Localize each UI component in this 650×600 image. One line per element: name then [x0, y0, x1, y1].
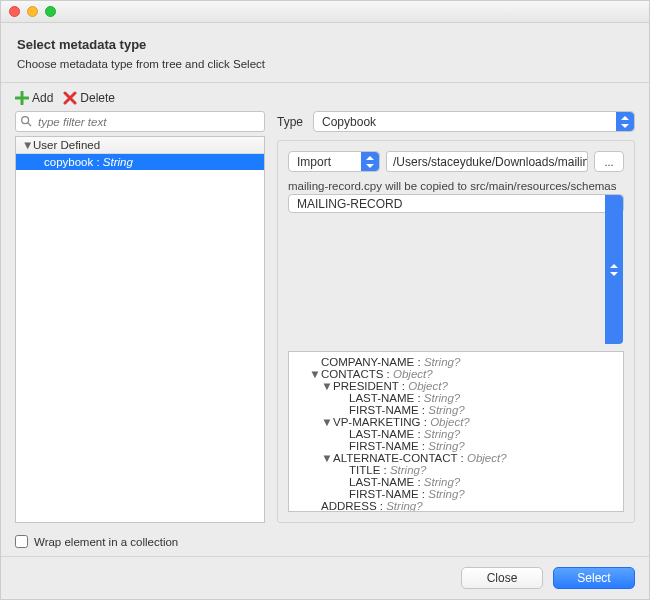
schema-node-name: PRESIDENT :	[333, 380, 408, 392]
add-button[interactable]: Add	[15, 91, 53, 105]
tree-item-type: String	[103, 156, 133, 168]
type-row: Type Copybook	[277, 111, 635, 132]
schema-node[interactable]: ADDRESS : String?	[289, 500, 623, 512]
schema-node-type: String?	[424, 428, 460, 440]
schema-node[interactable]: ▼PRESIDENT : Object?	[289, 380, 623, 392]
schema-node-type: Object?	[430, 416, 470, 428]
updown-icon	[361, 152, 379, 171]
main-area: ▼ User Defined copybook : String Type Co…	[1, 111, 649, 533]
schema-node[interactable]: FIRST-NAME : String?	[289, 440, 623, 452]
info-text: mailing-record.cpy will be copied to src…	[288, 180, 624, 192]
zoom-window-icon[interactable]	[45, 6, 56, 17]
tree-item-sep: :	[93, 156, 103, 168]
close-button-label: Close	[487, 571, 518, 585]
dialog-footer: Close Select	[1, 556, 649, 599]
chevron-down-icon: ▼	[22, 139, 32, 151]
schema-node[interactable]: FIRST-NAME : String?	[289, 488, 623, 500]
tree-root-label: User Defined	[33, 139, 100, 151]
browse-button[interactable]: ...	[594, 151, 624, 172]
dialog-subtitle: Choose metadata type from tree and click…	[17, 58, 633, 70]
schema-node-name: FIRST-NAME :	[349, 440, 428, 452]
tree-root-row[interactable]: ▼ User Defined	[16, 137, 264, 154]
schema-node-type: String?	[428, 488, 464, 500]
schema-node-type: String?	[424, 476, 460, 488]
search-icon	[20, 115, 32, 127]
details-panel: Import /Users/staceyduke/Downloads/maili…	[277, 140, 635, 523]
import-row: Import /Users/staceyduke/Downloads/maili…	[288, 151, 624, 172]
schema-node-name: ALTERNATE-CONTACT :	[333, 452, 467, 464]
path-value: /Users/staceyduke/Downloads/mailing-	[393, 155, 588, 169]
schema-node[interactable]: ▼VP-MARKETING : Object?	[289, 416, 623, 428]
schema-node-type: Object?	[393, 368, 433, 380]
schema-node[interactable]: LAST-NAME : String?	[289, 392, 623, 404]
schema-node-type: String?	[428, 440, 464, 452]
schema-node[interactable]: FIRST-NAME : String?	[289, 404, 623, 416]
schema-node-name: TITLE :	[349, 464, 390, 476]
svg-line-1	[28, 123, 31, 126]
updown-icon	[605, 195, 623, 344]
window-controls	[9, 6, 56, 17]
chevron-down-icon: ▼	[321, 452, 333, 464]
schema-node-type: String?	[428, 404, 464, 416]
import-select[interactable]: Import	[288, 151, 380, 172]
schema-node-type: String?	[386, 500, 422, 512]
chevron-down-icon: ▼	[309, 368, 321, 380]
schema-node-name: FIRST-NAME :	[349, 404, 428, 416]
path-input[interactable]: /Users/staceyduke/Downloads/mailing-	[386, 151, 588, 172]
schema-node[interactable]: LAST-NAME : String?	[289, 476, 623, 488]
select-button[interactable]: Select	[553, 567, 635, 589]
dialog-title: Select metadata type	[17, 37, 633, 52]
filter-input[interactable]	[15, 111, 265, 132]
delete-button-label: Delete	[80, 91, 115, 105]
schema-node[interactable]: LAST-NAME : String?	[289, 428, 623, 440]
tree-item-name: copybook	[44, 156, 93, 168]
schema-node-name: LAST-NAME :	[349, 392, 424, 404]
schema-node-name: CONTACTS :	[321, 368, 393, 380]
schema-node-type: String?	[390, 464, 426, 476]
wrap-checkbox-row: Wrap element in a collection	[1, 533, 649, 556]
left-column: ▼ User Defined copybook : String	[15, 111, 265, 523]
svg-point-0	[22, 117, 29, 124]
filter-box	[15, 111, 265, 132]
plus-icon	[15, 91, 29, 105]
schema-node-name: FIRST-NAME :	[349, 488, 428, 500]
chevron-down-icon: ▼	[321, 416, 333, 428]
delete-button[interactable]: Delete	[63, 91, 115, 105]
schema-node[interactable]: ▼CONTACTS : Object?	[289, 368, 623, 380]
record-select-value: MAILING-RECORD	[297, 197, 402, 211]
record-select[interactable]: MAILING-RECORD	[288, 194, 624, 345]
schema-node-type: String?	[424, 356, 460, 368]
schema-node[interactable]: TITLE : String?	[289, 464, 623, 476]
schema-node[interactable]: COMPANY-NAME : String?	[289, 356, 623, 368]
schema-tree[interactable]: COMPANY-NAME : String?▼CONTACTS : Object…	[288, 351, 624, 512]
schema-node-name: LAST-NAME :	[349, 428, 424, 440]
right-column: Type Copybook Import /Use	[277, 111, 635, 523]
schema-node[interactable]: ▼ALTERNATE-CONTACT : Object?	[289, 452, 623, 464]
import-select-value: Import	[297, 155, 331, 169]
schema-node-type: Object?	[408, 380, 448, 392]
type-select-value: Copybook	[322, 115, 376, 129]
wrap-checkbox[interactable]	[15, 535, 28, 548]
schema-node-name: LAST-NAME :	[349, 476, 424, 488]
schema-node-name: COMPANY-NAME :	[321, 356, 424, 368]
schema-node-name: VP-MARKETING :	[333, 416, 430, 428]
type-select[interactable]: Copybook	[313, 111, 635, 132]
minimize-window-icon[interactable]	[27, 6, 38, 17]
tree-item[interactable]: copybook : String	[16, 154, 264, 170]
chevron-down-icon: ▼	[321, 380, 333, 392]
metadata-tree[interactable]: ▼ User Defined copybook : String	[15, 136, 265, 523]
select-button-label: Select	[577, 571, 610, 585]
add-button-label: Add	[32, 91, 53, 105]
browse-button-label: ...	[604, 156, 613, 168]
updown-icon	[616, 112, 634, 131]
schema-node-type: String?	[424, 392, 460, 404]
toolbar: Add Delete	[1, 83, 649, 111]
schema-node-type: Object?	[467, 452, 507, 464]
wrap-checkbox-label: Wrap element in a collection	[34, 536, 178, 548]
dialog-header: Select metadata type Choose metadata typ…	[1, 23, 649, 83]
close-button[interactable]: Close	[461, 567, 543, 589]
window-titlebar	[1, 1, 649, 23]
type-label: Type	[277, 115, 303, 129]
close-window-icon[interactable]	[9, 6, 20, 17]
x-icon	[63, 91, 77, 105]
